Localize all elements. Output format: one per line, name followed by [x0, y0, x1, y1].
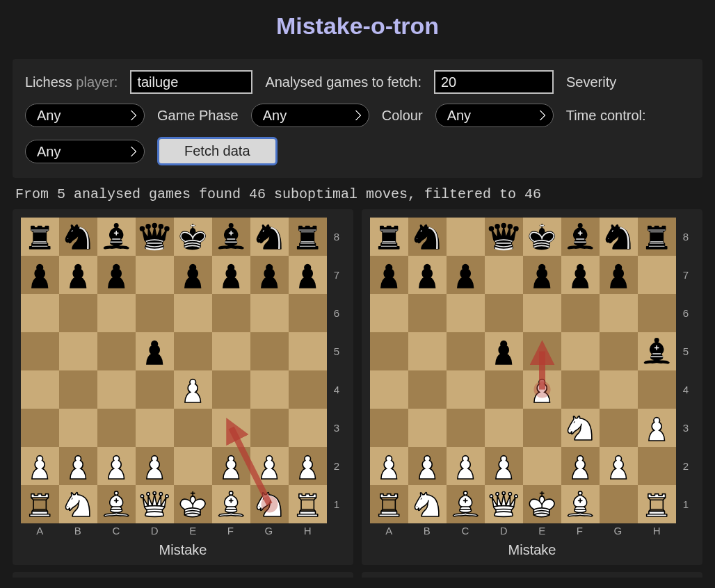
square-f4[interactable] — [212, 370, 250, 409]
piece-wp[interactable] — [289, 447, 327, 485]
phase-select[interactable]: Any — [251, 104, 369, 127]
square-b5[interactable] — [408, 332, 447, 370]
square-a4[interactable] — [370, 370, 408, 409]
square-d4[interactable] — [136, 370, 174, 409]
square-e2[interactable] — [174, 447, 212, 485]
square-f8[interactable] — [561, 218, 600, 256]
square-h8[interactable] — [638, 218, 676, 256]
piece-bn[interactable] — [408, 218, 447, 256]
square-d3[interactable] — [485, 409, 523, 447]
square-f5[interactable] — [561, 332, 600, 370]
square-a5[interactable] — [370, 332, 408, 370]
square-d1[interactable] — [485, 485, 523, 523]
square-c1[interactable] — [447, 485, 485, 523]
piece-bp[interactable] — [447, 256, 485, 294]
square-f3[interactable] — [212, 409, 250, 447]
square-c7[interactable] — [447, 256, 485, 294]
square-a6[interactable] — [21, 294, 59, 332]
piece-wb[interactable] — [97, 485, 136, 523]
square-d2[interactable] — [136, 447, 174, 485]
square-h3[interactable] — [638, 409, 676, 447]
severity-select[interactable]: Any — [25, 104, 145, 127]
square-a3[interactable] — [370, 409, 408, 447]
square-g7[interactable] — [600, 256, 638, 294]
piece-bp[interactable] — [136, 332, 174, 370]
square-g7[interactable] — [250, 256, 289, 294]
time-select[interactable]: Any — [25, 140, 145, 163]
square-f6[interactable] — [561, 294, 600, 332]
square-h4[interactable] — [289, 370, 327, 409]
piece-wb[interactable] — [561, 485, 600, 523]
piece-bp[interactable] — [370, 256, 408, 294]
square-c2[interactable] — [97, 447, 136, 485]
square-d7[interactable] — [485, 256, 523, 294]
piece-wp[interactable] — [97, 447, 136, 485]
square-b3[interactable] — [408, 409, 447, 447]
piece-bk[interactable] — [523, 218, 561, 256]
piece-wk[interactable] — [523, 485, 561, 523]
square-e8[interactable] — [523, 218, 561, 256]
square-g6[interactable] — [250, 294, 289, 332]
piece-bb[interactable] — [561, 218, 600, 256]
square-b6[interactable] — [59, 294, 97, 332]
square-a8[interactable] — [370, 218, 408, 256]
piece-bp[interactable] — [21, 256, 59, 294]
piece-wp[interactable] — [250, 447, 289, 485]
square-h5[interactable] — [289, 332, 327, 370]
piece-wp[interactable] — [447, 447, 485, 485]
square-b4[interactable] — [408, 370, 447, 409]
piece-bp[interactable] — [523, 256, 561, 294]
square-g2[interactable] — [250, 447, 289, 485]
square-e1[interactable] — [174, 485, 212, 523]
square-a7[interactable] — [21, 256, 59, 294]
piece-bq[interactable] — [485, 218, 523, 256]
square-b8[interactable] — [408, 218, 447, 256]
square-h6[interactable] — [289, 294, 327, 332]
square-f1[interactable] — [212, 485, 250, 523]
square-b4[interactable] — [59, 370, 97, 409]
piece-bp[interactable] — [59, 256, 97, 294]
piece-wp[interactable] — [370, 447, 408, 485]
piece-wp[interactable] — [21, 447, 59, 485]
square-h2[interactable] — [289, 447, 327, 485]
square-c5[interactable] — [447, 332, 485, 370]
square-e6[interactable] — [523, 294, 561, 332]
square-b7[interactable] — [408, 256, 447, 294]
square-c6[interactable] — [97, 294, 136, 332]
square-d6[interactable] — [136, 294, 174, 332]
square-a1[interactable] — [21, 485, 59, 523]
fetch-button[interactable]: Fetch data — [157, 137, 278, 165]
square-e4[interactable] — [174, 370, 212, 409]
square-e3[interactable] — [174, 409, 212, 447]
square-f1[interactable] — [561, 485, 600, 523]
piece-wp[interactable] — [136, 447, 174, 485]
square-h3[interactable] — [289, 409, 327, 447]
square-f5[interactable] — [212, 332, 250, 370]
square-f2[interactable] — [561, 447, 600, 485]
piece-wr[interactable] — [370, 485, 408, 523]
square-a6[interactable] — [370, 294, 408, 332]
square-c1[interactable] — [97, 485, 136, 523]
piece-wq[interactable] — [136, 485, 174, 523]
square-b1[interactable] — [408, 485, 447, 523]
colour-select[interactable]: Any — [435, 104, 554, 127]
piece-bp[interactable] — [485, 332, 523, 370]
piece-wp[interactable] — [485, 447, 523, 485]
piece-wp[interactable] — [561, 447, 600, 485]
square-g5[interactable] — [250, 332, 289, 370]
square-h7[interactable] — [638, 256, 676, 294]
square-d3[interactable] — [136, 409, 174, 447]
square-h4[interactable] — [638, 370, 676, 409]
square-f7[interactable] — [212, 256, 250, 294]
piece-wn[interactable] — [561, 409, 600, 447]
piece-wp[interactable] — [523, 370, 561, 409]
square-g1[interactable] — [600, 485, 638, 523]
square-c3[interactable] — [97, 409, 136, 447]
square-b1[interactable] — [59, 485, 97, 523]
square-e7[interactable] — [523, 256, 561, 294]
square-d8[interactable] — [485, 218, 523, 256]
square-d7[interactable] — [136, 256, 174, 294]
piece-bb[interactable] — [212, 218, 250, 256]
square-g4[interactable] — [600, 370, 638, 409]
square-h8[interactable] — [289, 218, 327, 256]
